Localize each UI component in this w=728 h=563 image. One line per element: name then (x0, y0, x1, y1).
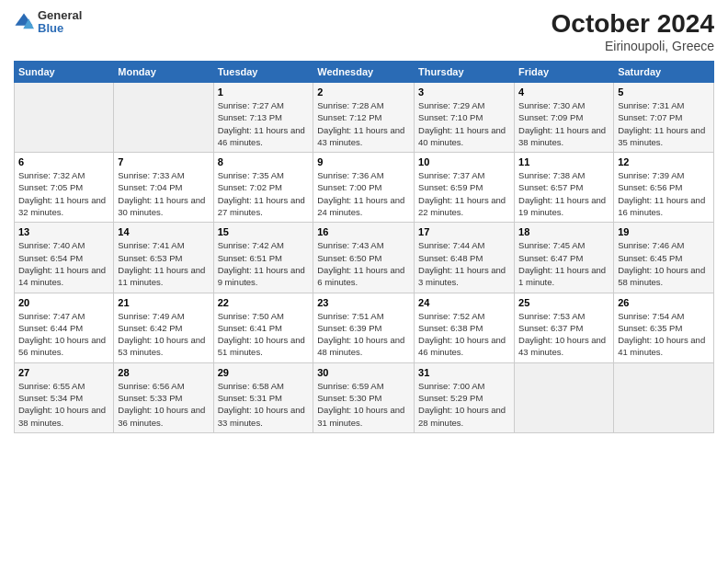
day-number: 6 (18, 156, 109, 167)
logo-icon (14, 12, 34, 32)
day-number: 31 (418, 367, 510, 378)
day-number: 28 (118, 367, 209, 378)
day-number: 1 (218, 86, 310, 98)
calendar-cell: 13 Sunrise: 7:40 AMSunset: 6:54 PMDaylig… (15, 223, 114, 293)
calendar-cell: 10 Sunrise: 7:37 AMSunset: 6:59 PMDaylig… (415, 153, 515, 223)
calendar-header-row: Sunday Monday Tuesday Wednesday Thursday… (15, 62, 714, 83)
calendar-month-year: October 2024 (552, 9, 714, 39)
title-block: October 2024 Eirinoupoli, Greece (552, 9, 714, 53)
calendar-cell: 30 Sunrise: 6:59 AMSunset: 5:30 PMDaylig… (313, 362, 415, 432)
day-number: 14 (118, 226, 209, 237)
calendar-cell: 6 Sunrise: 7:32 AMSunset: 7:05 PMDayligh… (15, 153, 114, 223)
logo: General Blue (14, 9, 82, 36)
calendar-cell: 11 Sunrise: 7:38 AMSunset: 6:57 PMDaylig… (515, 153, 614, 223)
day-number: 7 (118, 156, 209, 167)
page: General Blue October 2024 Eirinoupoli, G… (0, 0, 728, 563)
col-saturday: Saturday (614, 62, 714, 83)
day-number: 18 (518, 226, 609, 237)
day-info: Sunrise: 7:42 AMSunset: 6:51 PMDaylight:… (218, 239, 310, 288)
calendar-location: Eirinoupoli, Greece (552, 39, 714, 53)
day-number: 20 (18, 297, 109, 308)
day-number: 16 (317, 226, 410, 237)
day-info: Sunrise: 7:45 AMSunset: 6:47 PMDaylight:… (518, 239, 609, 288)
calendar-cell: 1 Sunrise: 7:27 AMSunset: 7:13 PMDayligh… (213, 83, 313, 153)
day-info: Sunrise: 7:54 AMSunset: 6:35 PMDaylight:… (618, 310, 710, 359)
calendar-cell: 25 Sunrise: 7:53 AMSunset: 6:37 PMDaylig… (515, 293, 614, 362)
col-wednesday: Wednesday (313, 62, 415, 83)
calendar-week-row: 1 Sunrise: 7:27 AMSunset: 7:13 PMDayligh… (15, 83, 714, 153)
col-monday: Monday (114, 62, 213, 83)
day-info: Sunrise: 7:32 AMSunset: 7:05 PMDaylight:… (18, 169, 109, 218)
day-info: Sunrise: 7:46 AMSunset: 6:45 PMDaylight:… (618, 239, 710, 288)
day-info: Sunrise: 7:47 AMSunset: 6:44 PMDaylight:… (18, 310, 109, 359)
calendar-cell: 21 Sunrise: 7:49 AMSunset: 6:42 PMDaylig… (114, 293, 213, 362)
day-info: Sunrise: 7:51 AMSunset: 6:39 PMDaylight:… (317, 310, 410, 359)
day-number: 22 (218, 297, 310, 308)
calendar-cell: 20 Sunrise: 7:47 AMSunset: 6:44 PMDaylig… (15, 293, 114, 362)
calendar-cell: 17 Sunrise: 7:44 AMSunset: 6:48 PMDaylig… (415, 223, 515, 293)
day-info: Sunrise: 7:30 AMSunset: 7:09 PMDaylight:… (518, 99, 609, 148)
day-info: Sunrise: 7:00 AMSunset: 5:29 PMDaylight:… (418, 380, 510, 429)
day-number: 8 (218, 156, 310, 167)
day-info: Sunrise: 7:39 AMSunset: 6:56 PMDaylight:… (618, 169, 710, 218)
day-info: Sunrise: 7:44 AMSunset: 6:48 PMDaylight:… (418, 239, 510, 288)
calendar-cell: 4 Sunrise: 7:30 AMSunset: 7:09 PMDayligh… (515, 83, 614, 153)
calendar-cell (614, 362, 714, 432)
day-info: Sunrise: 6:55 AMSunset: 5:34 PMDaylight:… (18, 380, 109, 429)
calendar-cell (114, 83, 213, 153)
calendar-week-row: 27 Sunrise: 6:55 AMSunset: 5:34 PMDaylig… (15, 362, 714, 432)
logo-text: General Blue (38, 9, 82, 36)
calendar-cell: 24 Sunrise: 7:52 AMSunset: 6:38 PMDaylig… (415, 293, 515, 362)
calendar-cell: 18 Sunrise: 7:45 AMSunset: 6:47 PMDaylig… (515, 223, 614, 293)
header: General Blue October 2024 Eirinoupoli, G… (14, 9, 714, 53)
day-number: 30 (317, 367, 410, 378)
col-friday: Friday (515, 62, 614, 83)
calendar-cell: 27 Sunrise: 6:55 AMSunset: 5:34 PMDaylig… (15, 362, 114, 432)
day-number: 5 (618, 86, 710, 98)
logo-line1: General (38, 9, 82, 22)
col-thursday: Thursday (415, 62, 515, 83)
calendar-cell: 28 Sunrise: 6:56 AMSunset: 5:33 PMDaylig… (114, 362, 213, 432)
day-number: 13 (18, 226, 109, 237)
calendar-cell: 16 Sunrise: 7:43 AMSunset: 6:50 PMDaylig… (313, 223, 415, 293)
day-info: Sunrise: 7:50 AMSunset: 6:41 PMDaylight:… (218, 310, 310, 359)
calendar-cell: 19 Sunrise: 7:46 AMSunset: 6:45 PMDaylig… (614, 223, 714, 293)
day-number: 4 (518, 86, 609, 98)
calendar-cell: 22 Sunrise: 7:50 AMSunset: 6:41 PMDaylig… (213, 293, 313, 362)
day-info: Sunrise: 7:38 AMSunset: 6:57 PMDaylight:… (518, 169, 609, 218)
day-info: Sunrise: 7:36 AMSunset: 7:00 PMDaylight:… (317, 169, 410, 218)
day-info: Sunrise: 7:35 AMSunset: 7:02 PMDaylight:… (218, 169, 310, 218)
day-number: 29 (218, 367, 310, 378)
day-info: Sunrise: 7:37 AMSunset: 6:59 PMDaylight:… (418, 169, 510, 218)
day-number: 10 (418, 156, 510, 167)
calendar-table: Sunday Monday Tuesday Wednesday Thursday… (14, 61, 714, 433)
day-number: 26 (618, 297, 710, 308)
calendar-cell: 2 Sunrise: 7:28 AMSunset: 7:12 PMDayligh… (313, 83, 415, 153)
calendar-cell: 5 Sunrise: 7:31 AMSunset: 7:07 PMDayligh… (614, 83, 714, 153)
calendar-cell: 26 Sunrise: 7:54 AMSunset: 6:35 PMDaylig… (614, 293, 714, 362)
day-info: Sunrise: 7:52 AMSunset: 6:38 PMDaylight:… (418, 310, 510, 359)
calendar-cell: 31 Sunrise: 7:00 AMSunset: 5:29 PMDaylig… (415, 362, 515, 432)
day-info: Sunrise: 6:59 AMSunset: 5:30 PMDaylight:… (317, 380, 410, 429)
day-number: 19 (618, 226, 710, 237)
col-tuesday: Tuesday (213, 62, 313, 83)
day-info: Sunrise: 7:53 AMSunset: 6:37 PMDaylight:… (518, 310, 609, 359)
calendar-cell (15, 83, 114, 153)
day-info: Sunrise: 6:56 AMSunset: 5:33 PMDaylight:… (118, 380, 209, 429)
day-number: 9 (317, 156, 410, 167)
day-info: Sunrise: 7:27 AMSunset: 7:13 PMDaylight:… (218, 99, 310, 148)
day-number: 23 (317, 297, 410, 308)
day-info: Sunrise: 7:40 AMSunset: 6:54 PMDaylight:… (18, 239, 109, 288)
day-number: 2 (317, 86, 410, 98)
day-number: 15 (218, 226, 310, 237)
calendar-cell: 8 Sunrise: 7:35 AMSunset: 7:02 PMDayligh… (213, 153, 313, 223)
calendar-week-row: 20 Sunrise: 7:47 AMSunset: 6:44 PMDaylig… (15, 293, 714, 362)
day-number: 27 (18, 367, 109, 378)
day-number: 25 (518, 297, 609, 308)
day-number: 21 (118, 297, 209, 308)
day-number: 17 (418, 226, 510, 237)
day-info: Sunrise: 7:43 AMSunset: 6:50 PMDaylight:… (317, 239, 410, 288)
day-number: 3 (418, 86, 510, 98)
calendar-cell: 3 Sunrise: 7:29 AMSunset: 7:10 PMDayligh… (415, 83, 515, 153)
day-info: Sunrise: 7:29 AMSunset: 7:10 PMDaylight:… (418, 99, 510, 148)
